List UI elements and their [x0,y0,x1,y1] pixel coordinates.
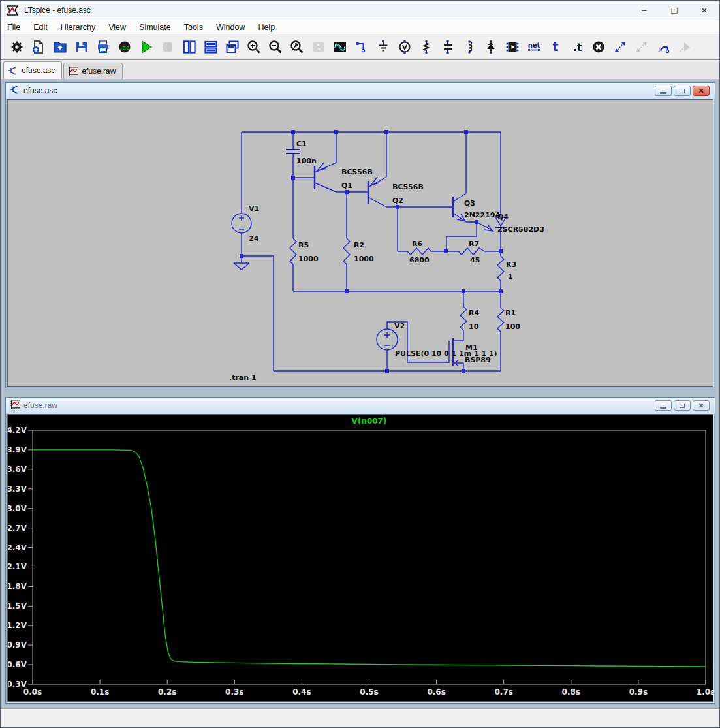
tile-vertical-icon[interactable] [180,39,198,56]
save-icon[interactable] [72,39,90,56]
cascade-icon[interactable] [223,39,241,56]
diode-icon[interactable] [482,39,499,56]
component-V1[interactable] [232,214,251,233]
y-tick-label: 4.2V [8,426,27,435]
zoom-in-icon[interactable] [245,39,262,56]
label-value-Q4[interactable]: 2SCR582D3 [497,225,544,234]
plot-minimize-button[interactable] [655,400,672,411]
ground-icon[interactable] [374,39,392,56]
menu-hierarchy[interactable]: Hierarchy [54,22,102,33]
label-ref-V1[interactable]: V1 [249,204,259,213]
label-ref-V2[interactable]: V2 [394,322,405,330]
delete-icon[interactable] [589,39,607,56]
label-ref-C1[interactable]: C1 [296,140,307,148]
component-Q2[interactable] [368,177,386,207]
menu-window[interactable]: Window [210,22,251,33]
label-value-R7[interactable]: 45 [470,256,480,264]
label-ref-Q4[interactable]: Q4 [497,213,509,221]
tile-horizontal-icon[interactable] [202,39,219,56]
component-R3[interactable] [497,256,504,281]
label-ref-R1[interactable]: R1 [505,309,516,317]
component-R7[interactable] [458,248,484,255]
label-value-Q1[interactable]: BC556B [341,168,373,176]
component-R5[interactable] [290,238,296,264]
plot-close-button[interactable]: ✕ [693,400,710,411]
voltage-source-icon[interactable] [396,39,413,56]
plot-window-titlebar[interactable]: efuse.raw ✕ [6,398,715,413]
menu-edit[interactable]: Edit [27,22,54,33]
directive-0[interactable]: .tran 1 [229,373,257,382]
text-icon[interactable]: t [546,39,564,56]
schematic-window-titlebar[interactable]: efuse.asc ✕ [6,83,715,99]
component-R1[interactable] [497,308,504,332]
schematic-canvas[interactable]: V124C1100nQ1BC556BQ2BC556BQ32N2219AQ42SC… [7,99,713,387]
zoom-fit-icon[interactable] [288,39,305,56]
label-value-R3[interactable]: 1 [508,272,513,281]
minimize-button[interactable]: − [629,1,659,20]
component-icon[interactable] [503,39,521,56]
label-ref-M1[interactable]: M1 [465,343,478,352]
component-Q1[interactable] [315,163,336,192]
new-schematic-icon[interactable] [29,39,47,56]
menu-tools[interactable]: Tools [178,22,210,33]
trace-title[interactable]: V(n007) [352,417,387,426]
label-ref-R5[interactable]: R5 [298,241,309,249]
menu-view[interactable]: View [102,22,133,33]
label-value-Q3[interactable]: 2N2219A [464,211,501,219]
netlist-icon[interactable]: net [525,39,542,56]
label-value-R6[interactable]: 6800 [409,256,430,264]
wire-icon[interactable] [352,39,370,56]
component-R4[interactable] [460,307,467,330]
label-value-Q2[interactable]: BC556B [392,183,424,191]
drag-icon[interactable] [654,39,672,56]
tab-efuse.raw[interactable]: efuse.raw [63,63,123,79]
label-ref-Q3[interactable]: Q3 [464,199,475,208]
trace-V(n007)[interactable] [33,450,706,667]
label-value-V1[interactable]: 24 [249,234,259,243]
resistor-icon[interactable] [417,39,435,56]
label-value-R5[interactable]: 1000 [298,255,319,263]
schematic-minimize-button[interactable] [655,86,672,96]
inductor-icon[interactable] [460,39,478,56]
open-icon[interactable] [51,39,69,56]
menu-simulate[interactable]: Simulate [133,22,178,33]
schematic-close-button[interactable]: ✕ [693,86,710,96]
zoom-out-icon[interactable] [266,39,284,56]
label-value-R2[interactable]: 1000 [354,255,374,263]
component-R6[interactable] [407,248,431,255]
plot-settings-icon[interactable] [331,39,349,56]
component-V2[interactable] [377,329,398,350]
waveform-canvas[interactable]: 4.2V3.9V3.6V3.3V3.0V2.7V2.4V2.1V1.8V1.5V… [7,414,713,702]
menu-help[interactable]: Help [251,22,281,33]
capacitor-icon[interactable] [439,39,456,56]
plot-restore-button[interactable] [674,400,691,411]
label-value-M1[interactable]: BSP89 [465,356,491,364]
edit-simcmd-icon[interactable]: .ac [116,39,133,56]
component-R2[interactable] [343,238,350,264]
label-value-R1[interactable]: 100 [505,323,520,331]
label-ref-R2[interactable]: R2 [354,241,364,249]
run-icon[interactable] [137,39,155,56]
menu-file[interactable]: File [1,22,27,33]
ground-symbol[interactable] [234,263,249,270]
label-ref-R6[interactable]: R6 [412,240,422,248]
copy-icon[interactable] [611,39,629,56]
spice-directive-text[interactable]: .tran 1 [229,373,257,382]
tab-bar: efuse.ascefuse.raw [1,60,719,80]
plot-window-title: efuse.raw [23,401,57,410]
label-value-R4[interactable]: 10 [469,323,479,331]
maximize-button[interactable]: □ [659,1,689,20]
label-value-C1[interactable]: 100n [296,157,317,165]
label-ref-R4[interactable]: R4 [469,309,479,317]
label-ref-R3[interactable]: R3 [506,261,516,269]
component-C1[interactable] [286,150,300,153]
spice-directive-icon[interactable]: .t [568,39,586,56]
schematic-restore-button[interactable] [674,86,691,96]
close-button[interactable]: × [689,1,719,20]
tab-efuse.asc[interactable]: efuse.asc [3,61,62,79]
settings-icon[interactable] [8,39,25,56]
label-ref-Q2[interactable]: Q2 [392,197,403,205]
print-icon[interactable] [94,39,112,56]
label-ref-R7[interactable]: R7 [469,240,479,248]
label-ref-Q1[interactable]: Q1 [341,182,352,190]
